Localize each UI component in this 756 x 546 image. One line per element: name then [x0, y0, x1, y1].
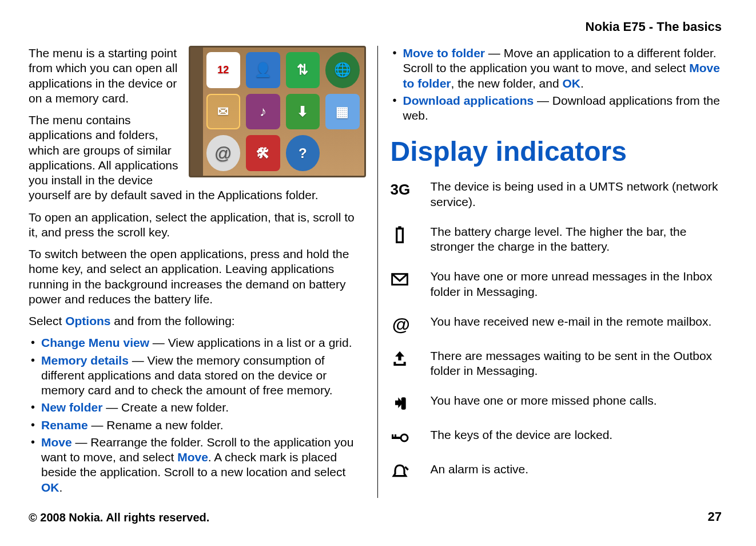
- menu-screenshot: 12 👤 ⇅ 🌐 ✉ ♪ ⬇ ▦ @ 🛠 ?: [189, 46, 366, 177]
- indicator-desc: You have one or more missed phone calls.: [431, 393, 728, 413]
- option-download-applications: Download applications — Download applica…: [391, 93, 728, 124]
- option-new-folder: New folder — Create a new folder.: [29, 400, 366, 415]
- messaging-icon: ✉: [206, 94, 241, 130]
- indicator-3g: 3G The device is being used in a UMTS ne…: [391, 179, 728, 209]
- indicator-alarm: An alarm is active.: [391, 462, 728, 481]
- ok-keyword: OK: [562, 77, 580, 90]
- missed-call-icon: [391, 393, 431, 413]
- bell-icon: [391, 462, 431, 481]
- paragraph-select-options: Select Options and from the following:: [29, 314, 366, 329]
- indicator-outbox: There are messages waiting to be sent in…: [391, 349, 728, 379]
- options-keyword: Options: [65, 314, 110, 327]
- option-desc-3: .: [59, 481, 63, 494]
- option-label: New folder: [41, 401, 102, 414]
- screenshot-icon-grid: 12 👤 ⇅ 🌐 ✉ ♪ ⬇ ▦ @ 🛠 ?: [206, 52, 360, 171]
- web-icon: 🌐: [325, 52, 360, 88]
- indicator-desc: The battery charge level. The higher the…: [431, 224, 728, 255]
- option-label: Download applications: [403, 94, 534, 107]
- svg-text:@: @: [392, 315, 408, 334]
- option-label: Move: [41, 436, 72, 449]
- indicators-list: 3G The device is being used in a UMTS ne…: [391, 179, 728, 481]
- threeg-icon: 3G: [391, 179, 431, 209]
- applications-icon: [325, 135, 360, 171]
- option-desc-3: .: [580, 77, 584, 90]
- right-column: Move to folder — Move an application to …: [378, 46, 728, 498]
- option-label: Change Menu view: [41, 336, 149, 349]
- svg-rect-7: [392, 434, 393, 439]
- indicator-battery: The battery charge level. The higher the…: [391, 224, 728, 255]
- at-sign-icon: @: [391, 314, 431, 334]
- header-title: Nokia E75 - The basics: [586, 19, 722, 34]
- option-move: Move — Rearrange the folder. Scroll to t…: [29, 435, 366, 495]
- indicator-desc: The keys of the device are locked.: [431, 428, 728, 447]
- paragraph-switch-apps: To switch between the open applications,…: [29, 247, 366, 307]
- download-icon: ⬇: [286, 94, 320, 130]
- indicator-desc: There are messages waiting to be sent in…: [431, 349, 728, 379]
- ok-keyword: OK: [41, 481, 59, 494]
- svg-rect-4: [401, 398, 405, 410]
- two-column-layout: 12 👤 ⇅ 🌐 ✉ ♪ ⬇ ▦ @ 🛠 ? The menu is a sta…: [29, 46, 727, 498]
- outbox-icon: [391, 349, 431, 379]
- option-desc-2: , the new folder, and: [451, 77, 563, 90]
- paragraph-open-app: To open an application, select the appli…: [29, 210, 366, 240]
- option-label: Rename: [41, 418, 88, 432]
- envelope-icon: [391, 269, 431, 299]
- footer-page-number: 27: [708, 509, 722, 524]
- text-select-prefix: Select: [29, 314, 65, 327]
- move-keyword: Move: [177, 450, 208, 464]
- svg-rect-0: [396, 228, 403, 242]
- indicator-desc: An alarm is active.: [431, 462, 728, 481]
- svg-rect-1: [398, 226, 401, 228]
- indicator-desc: You have received new e-mail in the remo…: [431, 314, 728, 334]
- indicator-desc: The device is being used in a UMTS netwo…: [431, 179, 728, 209]
- left-column: 12 👤 ⇅ 🌐 ✉ ♪ ⬇ ▦ @ 🛠 ? The menu is a sta…: [29, 46, 378, 498]
- media-icon: ♪: [246, 94, 280, 130]
- svg-rect-8: [395, 434, 396, 439]
- option-rename: Rename — Rename a new folder.: [29, 418, 366, 433]
- indicator-desc: You have one or more unread messages in …: [431, 269, 728, 299]
- indicator-missed-calls: You have one or more missed phone calls.: [391, 393, 728, 413]
- options-list-left: Change Menu view — View applications in …: [29, 335, 366, 495]
- option-memory-details: Memory details — View the memory consump…: [29, 353, 366, 398]
- option-desc: — View applications in a list or a grid.: [149, 336, 352, 349]
- screenshot-sidebar: [190, 48, 203, 176]
- indicator-inbox: You have one or more unread messages in …: [391, 269, 728, 299]
- battery-icon: [391, 224, 431, 255]
- sync-icon: ⇅: [286, 52, 320, 88]
- text-select-suffix: and from the following:: [111, 314, 235, 327]
- option-desc: — Rename a new folder.: [88, 418, 224, 432]
- option-change-menu-view: Change Menu view — View applications in …: [29, 335, 366, 350]
- option-label: Memory details: [41, 354, 129, 367]
- section-heading-display-indicators: Display indicators: [391, 134, 728, 169]
- contacts-icon: 👤: [246, 52, 280, 88]
- option-label: Move to folder: [403, 46, 486, 60]
- svg-point-5: [401, 434, 408, 441]
- page: Nokia E75 - The basics 12 👤 ⇅ 🌐 ✉ ♪ ⬇ ▦ …: [0, 0, 756, 546]
- key-icon: [391, 428, 431, 447]
- option-move-to-folder: Move to folder — Move an application to …: [391, 46, 728, 91]
- tools-icon: 🛠: [246, 135, 280, 171]
- indicator-email: @ You have received new e-mail in the re…: [391, 314, 728, 334]
- option-desc: — Create a new folder.: [102, 401, 229, 414]
- email-icon: @: [206, 135, 241, 171]
- help-icon: ?: [286, 135, 320, 171]
- calendar-icon: 12: [206, 52, 241, 88]
- organizer-icon: ▦: [325, 94, 360, 130]
- footer-copyright: © 2008 Nokia. All rights reserved.: [29, 511, 209, 524]
- options-list-right: Move to folder — Move an application to …: [391, 46, 728, 123]
- indicator-keys-locked: The keys of the device are locked.: [391, 428, 728, 447]
